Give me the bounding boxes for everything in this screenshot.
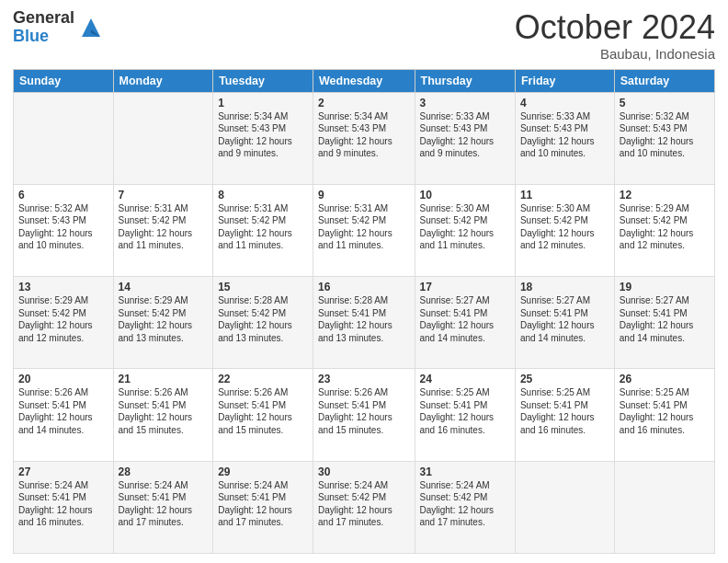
day-detail: Sunrise: 5:25 AM Sunset: 5:41 PM Dayligh… <box>620 386 710 436</box>
day-number: 13 <box>18 281 108 293</box>
calendar-week-row: 1Sunrise: 5:34 AM Sunset: 5:43 PM Daylig… <box>14 92 715 184</box>
calendar-day-cell: 2Sunrise: 5:34 AM Sunset: 5:43 PM Daylig… <box>313 92 415 184</box>
calendar-day-cell: 27Sunrise: 5:24 AM Sunset: 5:41 PM Dayli… <box>14 461 114 553</box>
calendar-day-cell: 30Sunrise: 5:24 AM Sunset: 5:42 PM Dayli… <box>313 461 415 553</box>
calendar-day-cell: 9Sunrise: 5:31 AM Sunset: 5:42 PM Daylig… <box>313 184 415 276</box>
calendar-day-cell: 11Sunrise: 5:30 AM Sunset: 5:42 PM Dayli… <box>515 184 614 276</box>
calendar-day-cell: 26Sunrise: 5:25 AM Sunset: 5:41 PM Dayli… <box>614 369 714 461</box>
calendar-day-cell <box>14 92 114 184</box>
calendar-day-cell: 10Sunrise: 5:30 AM Sunset: 5:42 PM Dayli… <box>415 184 515 276</box>
calendar-week-row: 27Sunrise: 5:24 AM Sunset: 5:41 PM Dayli… <box>14 461 715 553</box>
calendar-header-cell: Wednesday <box>313 69 415 92</box>
day-number: 14 <box>119 281 209 293</box>
day-detail: Sunrise: 5:29 AM Sunset: 5:42 PM Dayligh… <box>620 202 710 252</box>
header-right: October 2024 Baubau, Indonesia <box>515 9 715 62</box>
calendar-header-cell: Tuesday <box>213 69 313 92</box>
calendar-day-cell: 25Sunrise: 5:25 AM Sunset: 5:41 PM Dayli… <box>515 369 614 461</box>
day-detail: Sunrise: 5:30 AM Sunset: 5:42 PM Dayligh… <box>520 202 609 252</box>
calendar-week-row: 6Sunrise: 5:32 AM Sunset: 5:43 PM Daylig… <box>14 184 715 276</box>
calendar-body: 1Sunrise: 5:34 AM Sunset: 5:43 PM Daylig… <box>14 92 715 553</box>
day-number: 2 <box>318 97 409 109</box>
logo: General Blue <box>13 9 104 46</box>
day-detail: Sunrise: 5:27 AM Sunset: 5:41 PM Dayligh… <box>620 294 710 344</box>
day-number: 28 <box>119 465 209 478</box>
calendar-day-cell: 6Sunrise: 5:32 AM Sunset: 5:43 PM Daylig… <box>14 184 114 276</box>
day-detail: Sunrise: 5:31 AM Sunset: 5:42 PM Dayligh… <box>318 202 409 252</box>
calendar-header-row: SundayMondayTuesdayWednesdayThursdayFrid… <box>14 69 715 92</box>
day-detail: Sunrise: 5:26 AM Sunset: 5:41 PM Dayligh… <box>119 386 209 436</box>
day-number: 22 <box>218 373 308 385</box>
day-detail: Sunrise: 5:25 AM Sunset: 5:41 PM Dayligh… <box>420 386 510 436</box>
calendar-day-cell: 31Sunrise: 5:24 AM Sunset: 5:42 PM Dayli… <box>415 461 515 553</box>
day-number: 5 <box>620 97 710 109</box>
day-number: 8 <box>218 189 308 201</box>
day-detail: Sunrise: 5:26 AM Sunset: 5:41 PM Dayligh… <box>218 386 308 436</box>
day-detail: Sunrise: 5:24 AM Sunset: 5:42 PM Dayligh… <box>420 479 510 529</box>
day-detail: Sunrise: 5:28 AM Sunset: 5:42 PM Dayligh… <box>218 294 308 344</box>
day-number: 10 <box>420 189 510 201</box>
calendar-day-cell: 22Sunrise: 5:26 AM Sunset: 5:41 PM Dayli… <box>213 369 313 461</box>
day-detail: Sunrise: 5:24 AM Sunset: 5:41 PM Dayligh… <box>18 479 108 529</box>
calendar-day-cell: 13Sunrise: 5:29 AM Sunset: 5:42 PM Dayli… <box>14 277 114 369</box>
calendar-header-cell: Sunday <box>14 69 114 92</box>
day-detail: Sunrise: 5:29 AM Sunset: 5:42 PM Dayligh… <box>18 294 108 344</box>
day-number: 9 <box>318 189 409 201</box>
logo-icon <box>78 15 104 40</box>
calendar-day-cell: 8Sunrise: 5:31 AM Sunset: 5:42 PM Daylig… <box>213 184 313 276</box>
day-detail: Sunrise: 5:24 AM Sunset: 5:41 PM Dayligh… <box>218 479 308 529</box>
calendar-day-cell: 16Sunrise: 5:28 AM Sunset: 5:41 PM Dayli… <box>313 277 415 369</box>
svg-marker-0 <box>82 18 100 37</box>
day-number: 4 <box>520 97 609 109</box>
calendar-day-cell: 12Sunrise: 5:29 AM Sunset: 5:42 PM Dayli… <box>614 184 714 276</box>
day-number: 18 <box>520 281 609 293</box>
calendar-day-cell <box>515 461 614 553</box>
day-number: 6 <box>18 189 108 201</box>
day-number: 27 <box>18 465 108 478</box>
calendar-day-cell <box>614 461 714 553</box>
day-number: 26 <box>620 373 710 385</box>
calendar-day-cell: 15Sunrise: 5:28 AM Sunset: 5:42 PM Dayli… <box>213 277 313 369</box>
day-detail: Sunrise: 5:33 AM Sunset: 5:43 PM Dayligh… <box>520 110 609 160</box>
day-number: 31 <box>420 465 510 478</box>
calendar-header-cell: Saturday <box>614 69 714 92</box>
day-number: 21 <box>119 373 209 385</box>
calendar-header-cell: Thursday <box>415 69 515 92</box>
calendar-day-cell: 21Sunrise: 5:26 AM Sunset: 5:41 PM Dayli… <box>113 369 213 461</box>
day-number: 24 <box>420 373 510 385</box>
calendar-day-cell: 19Sunrise: 5:27 AM Sunset: 5:41 PM Dayli… <box>614 277 714 369</box>
day-detail: Sunrise: 5:34 AM Sunset: 5:43 PM Dayligh… <box>318 110 409 160</box>
header: General Blue October 2024 Baubau, Indone… <box>13 9 715 62</box>
calendar-week-row: 13Sunrise: 5:29 AM Sunset: 5:42 PM Dayli… <box>14 277 715 369</box>
calendar-day-cell: 24Sunrise: 5:25 AM Sunset: 5:41 PM Dayli… <box>415 369 515 461</box>
day-detail: Sunrise: 5:24 AM Sunset: 5:41 PM Dayligh… <box>119 479 209 529</box>
day-number: 30 <box>318 465 409 478</box>
day-number: 29 <box>218 465 308 478</box>
day-number: 25 <box>520 373 609 385</box>
month-title: October 2024 <box>515 9 715 46</box>
location: Baubau, Indonesia <box>515 46 715 62</box>
day-number: 16 <box>318 281 409 293</box>
day-detail: Sunrise: 5:32 AM Sunset: 5:43 PM Dayligh… <box>620 110 710 160</box>
day-detail: Sunrise: 5:29 AM Sunset: 5:42 PM Dayligh… <box>119 294 209 344</box>
calendar-day-cell: 4Sunrise: 5:33 AM Sunset: 5:43 PM Daylig… <box>515 92 614 184</box>
calendar-day-cell: 28Sunrise: 5:24 AM Sunset: 5:41 PM Dayli… <box>113 461 213 553</box>
calendar-day-cell: 17Sunrise: 5:27 AM Sunset: 5:41 PM Dayli… <box>415 277 515 369</box>
day-number: 23 <box>318 373 409 385</box>
day-detail: Sunrise: 5:24 AM Sunset: 5:42 PM Dayligh… <box>318 479 409 529</box>
day-detail: Sunrise: 5:28 AM Sunset: 5:41 PM Dayligh… <box>318 294 409 344</box>
calendar-day-cell: 5Sunrise: 5:32 AM Sunset: 5:43 PM Daylig… <box>614 92 714 184</box>
day-detail: Sunrise: 5:26 AM Sunset: 5:41 PM Dayligh… <box>18 386 108 436</box>
day-number: 1 <box>218 97 308 109</box>
day-number: 7 <box>119 189 209 201</box>
day-number: 15 <box>218 281 308 293</box>
calendar-header-cell: Monday <box>113 69 213 92</box>
day-detail: Sunrise: 5:27 AM Sunset: 5:41 PM Dayligh… <box>420 294 510 344</box>
calendar-day-cell: 18Sunrise: 5:27 AM Sunset: 5:41 PM Dayli… <box>515 277 614 369</box>
day-detail: Sunrise: 5:34 AM Sunset: 5:43 PM Dayligh… <box>218 110 308 160</box>
calendar-day-cell <box>113 92 213 184</box>
day-number: 11 <box>520 189 609 201</box>
calendar-day-cell: 23Sunrise: 5:26 AM Sunset: 5:41 PM Dayli… <box>313 369 415 461</box>
day-detail: Sunrise: 5:30 AM Sunset: 5:42 PM Dayligh… <box>420 202 510 252</box>
day-detail: Sunrise: 5:31 AM Sunset: 5:42 PM Dayligh… <box>119 202 209 252</box>
calendar-week-row: 20Sunrise: 5:26 AM Sunset: 5:41 PM Dayli… <box>14 369 715 461</box>
